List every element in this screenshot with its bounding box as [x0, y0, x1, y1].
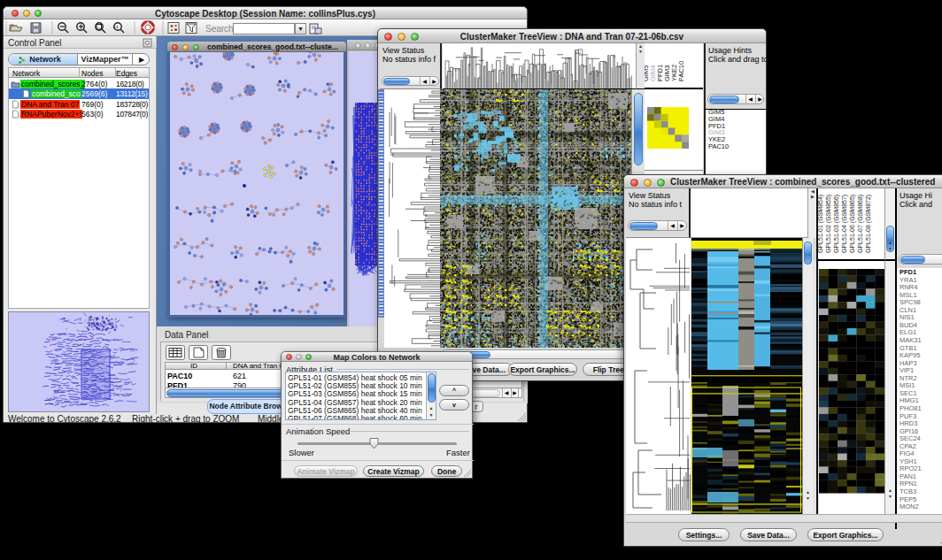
- svg-text:PAC10: PAC10: [677, 61, 685, 81]
- svg-text:GPL51-01 (GSM854): GPL51-01 (GSM854): [817, 195, 824, 253]
- svg-text:GPL51-06 (GSM865): GPL51-06 (GSM865): [849, 195, 856, 253]
- svg-text:GPL51-07 (GSM868): GPL51-07 (GSM868): [857, 195, 864, 253]
- svg-text:GPL51-03 (GSM856): GPL51-03 (GSM856): [833, 195, 840, 253]
- svg-text:GPL51-02 (GSM855): GPL51-02 (GSM855): [825, 195, 832, 253]
- svg-text:GPL51-08 (GSM872): GPL51-08 (GSM872): [865, 195, 872, 253]
- svg-text:GPL51-04 (GSM857): GPL51-04 (GSM857): [841, 195, 848, 253]
- svg-text:1:1: 1:1: [113, 25, 120, 29]
